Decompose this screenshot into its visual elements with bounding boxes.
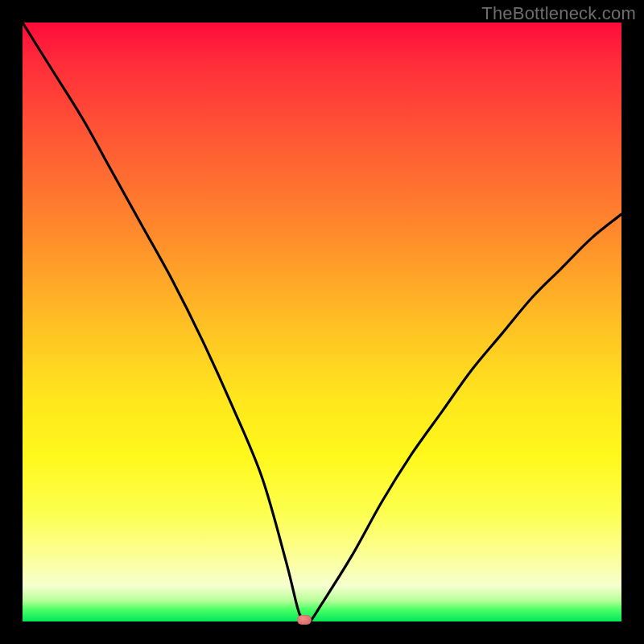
chart-frame: TheBottleneck.com [0,0,644,644]
gradient-plot-area [23,23,621,621]
watermark-text: TheBottleneck.com [481,3,636,24]
optimal-point-marker [297,615,312,625]
